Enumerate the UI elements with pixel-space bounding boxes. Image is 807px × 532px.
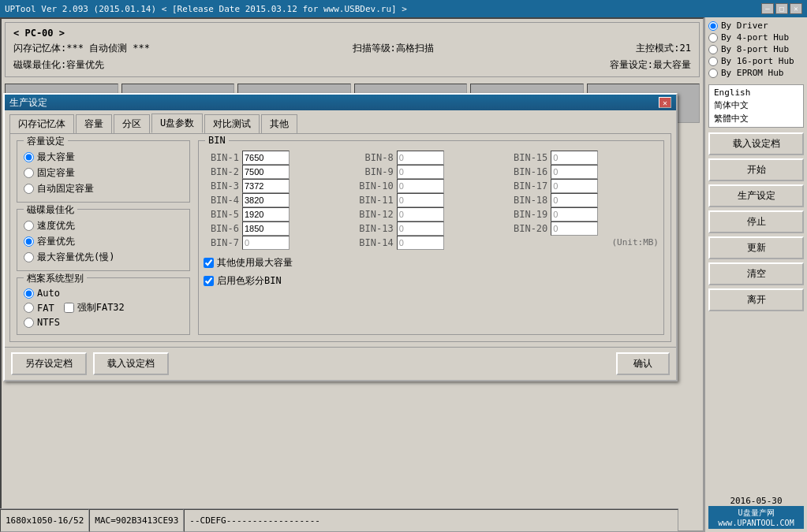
force-fat32-checkbox[interactable] bbox=[64, 303, 74, 313]
tab-bar: 闪存记忆体 容量 分区 U盘参数 对比测试 其他 bbox=[5, 110, 676, 133]
tab-partition[interactable]: 分区 bbox=[114, 114, 150, 133]
logo-main: U盘量产网 bbox=[712, 508, 801, 519]
bin-17-input[interactable] bbox=[551, 179, 598, 193]
bin-14-input[interactable] bbox=[397, 236, 444, 250]
bin-16-input[interactable] bbox=[551, 165, 598, 179]
bin-15-input[interactable] bbox=[551, 151, 598, 165]
hub-radio-8port[interactable] bbox=[708, 45, 718, 54]
lang-traditional-chinese[interactable]: 繁體中文 bbox=[711, 112, 801, 125]
fs-option-fat[interactable]: FAT 强制FAT32 bbox=[24, 301, 183, 314]
pc-label: < PC-00 > bbox=[13, 28, 65, 39]
hub-mode-by-8port[interactable]: By 8-port Hub bbox=[708, 44, 804, 54]
main-area: < PC-00 > 闪存记忆体:*** 自动侦测 *** 扫描等级:高格扫描 主… bbox=[0, 17, 807, 532]
hub-label-driver: By Driver bbox=[721, 20, 768, 31]
bin-4-input[interactable] bbox=[242, 193, 290, 207]
dialog-title: 生产设定 bbox=[9, 96, 659, 110]
optimize-radio-max-slow[interactable] bbox=[24, 252, 34, 262]
hub-radio-driver[interactable] bbox=[708, 21, 718, 31]
tab-compare-test[interactable]: 对比测试 bbox=[204, 114, 260, 133]
fs-radio-auto[interactable] bbox=[24, 288, 34, 299]
hub-radio-eprom[interactable] bbox=[708, 69, 718, 78]
bin-3-input[interactable] bbox=[242, 179, 290, 193]
bin-7-input[interactable] bbox=[242, 236, 290, 250]
tab-content-area: 容量设定 最大容量 固定容量 bbox=[9, 133, 671, 342]
bin-row-14: BIN-14 bbox=[358, 236, 505, 250]
capacity-radio-max[interactable] bbox=[24, 152, 34, 162]
hub-mode-by-driver[interactable]: By Driver bbox=[708, 20, 804, 31]
fs-option-auto[interactable]: Auto bbox=[24, 288, 183, 299]
bin-3-label: BIN-3 bbox=[204, 180, 239, 192]
tab-udisk-params[interactable]: U盘参数 bbox=[151, 113, 203, 133]
fs-radio-ntfs[interactable] bbox=[24, 318, 34, 328]
save-config-button[interactable]: 另存设定档 bbox=[11, 352, 87, 375]
optimize-radio-capacity[interactable] bbox=[24, 236, 34, 247]
logo-sub: www.UPANTOOL.COM bbox=[712, 519, 801, 527]
hub-radio-4port[interactable] bbox=[708, 33, 718, 43]
production-settings-button[interactable]: 生产设定 bbox=[708, 184, 804, 207]
bin-9-input[interactable] bbox=[397, 165, 444, 179]
bin-2-input[interactable] bbox=[242, 165, 290, 179]
fs-radio-fat[interactable] bbox=[24, 303, 34, 313]
capacity-option-fixed[interactable]: 固定容量 bbox=[24, 166, 183, 180]
optimize-group-title: 磁碟最佳化 bbox=[24, 203, 77, 217]
optimize-option-max-slow[interactable]: 最大容量优先(慢) bbox=[24, 251, 183, 264]
hub-mode-by-16port[interactable]: By 16-port Hub bbox=[708, 56, 804, 66]
bin-17-label: BIN-17 bbox=[512, 180, 547, 192]
hub-radio-16port[interactable] bbox=[708, 57, 718, 66]
checkbox-row-1: 其他使用最大容量 bbox=[204, 256, 659, 270]
lang-english[interactable]: English bbox=[711, 87, 801, 99]
exit-button[interactable]: 离开 bbox=[708, 288, 804, 311]
status-slots: --CDEFG------------------ bbox=[184, 509, 678, 532]
start-button[interactable]: 开始 bbox=[708, 158, 804, 181]
bin-12-input[interactable] bbox=[397, 207, 444, 221]
capacity-radio-auto-fixed[interactable] bbox=[24, 184, 34, 194]
bin-4-label: BIN-4 bbox=[204, 195, 239, 206]
load-config-button[interactable]: 载入设定档 bbox=[93, 352, 169, 375]
clear-button[interactable]: 清空 bbox=[708, 262, 804, 285]
lang-simplified-chinese[interactable]: 简体中文 bbox=[711, 99, 801, 112]
master-mode: 主控模式:21 bbox=[636, 42, 691, 55]
optimize-radio-speed[interactable] bbox=[24, 221, 34, 231]
tab-other[interactable]: 其他 bbox=[261, 114, 297, 133]
bin-11-input[interactable] bbox=[397, 193, 444, 207]
capacity-group-title: 容量设定 bbox=[24, 135, 68, 148]
other-max-capacity-checkbox[interactable] bbox=[204, 258, 214, 268]
bin-5-input[interactable] bbox=[242, 207, 290, 221]
optimize-options: 速度优先 容量优先 最大容量优先(慢) bbox=[24, 219, 183, 264]
bin-row-5: BIN-5 bbox=[204, 207, 350, 221]
bin-20-input[interactable] bbox=[551, 221, 598, 236]
bin-13-input[interactable] bbox=[397, 221, 444, 236]
bin-10-input[interactable] bbox=[397, 179, 444, 193]
bin-19-input[interactable] bbox=[551, 207, 598, 221]
optimize-option-capacity[interactable]: 容量优先 bbox=[24, 235, 183, 248]
update-button[interactable]: 更新 bbox=[708, 236, 804, 259]
capacity-option-auto-fixed[interactable]: 自动固定容量 bbox=[24, 182, 183, 195]
capacity-radio-fixed[interactable] bbox=[24, 168, 34, 178]
bin-row-17: BIN-17 bbox=[512, 179, 659, 193]
title-text: UPTool Ver 2.093 (2015.01.14) < [Release… bbox=[5, 4, 761, 14]
maximize-button[interactable]: □ bbox=[775, 3, 788, 14]
bin-5-label: BIN-5 bbox=[204, 209, 239, 220]
load-config-sidebar-button[interactable]: 载入设定档 bbox=[708, 132, 804, 155]
close-window-button[interactable]: ✕ bbox=[790, 3, 802, 14]
optimize-option-speed[interactable]: 速度优先 bbox=[24, 219, 183, 233]
dialog-close-button[interactable]: ✕ bbox=[659, 97, 671, 108]
hub-mode-by-eprom[interactable]: By EPROM Hub bbox=[708, 68, 804, 78]
minimize-button[interactable]: — bbox=[761, 3, 774, 14]
hub-mode-radio-group: By Driver By 4-port Hub By 8-port Hub By… bbox=[708, 20, 804, 80]
bin-row-11: BIN-11 bbox=[358, 193, 505, 207]
bin-1-input[interactable] bbox=[242, 151, 290, 165]
bin-6-input[interactable] bbox=[242, 221, 290, 236]
fs-label-ntfs: NTFS bbox=[37, 317, 60, 328]
bin-18-input[interactable] bbox=[551, 193, 598, 207]
color-bin-checkbox[interactable] bbox=[204, 276, 214, 286]
hub-label-4port: By 4-port Hub bbox=[721, 32, 789, 43]
tab-capacity[interactable]: 容量 bbox=[76, 114, 112, 133]
hub-mode-by-4port[interactable]: By 4-port Hub bbox=[708, 32, 804, 43]
fs-option-ntfs[interactable]: NTFS bbox=[24, 317, 183, 328]
tab-flash[interactable]: 闪存记忆体 bbox=[9, 114, 74, 133]
bin-8-input[interactable] bbox=[397, 151, 444, 165]
stop-button[interactable]: 停止 bbox=[708, 210, 804, 233]
capacity-option-max[interactable]: 最大容量 bbox=[24, 151, 183, 164]
confirm-button[interactable]: 确认 bbox=[616, 352, 670, 375]
